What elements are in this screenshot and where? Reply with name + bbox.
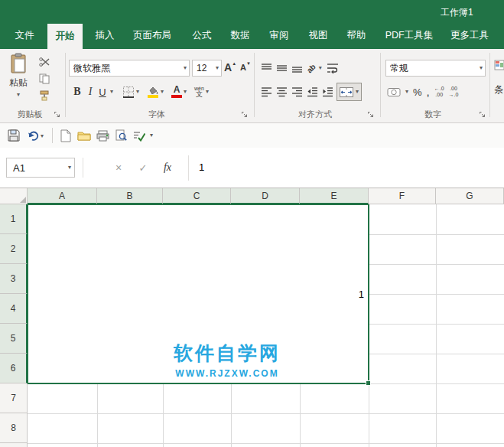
- tab-help[interactable]: 帮助: [340, 21, 373, 49]
- orientation-dropdown-icon[interactable]: ▾: [319, 65, 322, 71]
- accounting-dropdown-icon[interactable]: ▾: [405, 89, 408, 95]
- comma-style-button[interactable]: ,: [427, 89, 430, 95]
- print-preview-icon: [115, 129, 127, 142]
- print-preview-button[interactable]: [113, 128, 128, 143]
- number-format-combo[interactable]: 常规 ▾: [385, 60, 486, 77]
- open-folder-button[interactable]: [76, 128, 92, 143]
- fill-color-dropdown-icon[interactable]: ▾: [161, 89, 164, 95]
- increase-indent-icon: [322, 86, 333, 97]
- clipboard-paste-icon: [9, 53, 28, 74]
- row-header-8[interactable]: 8: [0, 413, 28, 443]
- row-header-3[interactable]: 3: [0, 264, 28, 294]
- shrink-font-button[interactable]: A ▼: [240, 60, 251, 74]
- new-document-icon: [60, 129, 71, 142]
- name-box[interactable]: A1 ▾: [6, 158, 75, 178]
- tab-insert[interactable]: 插入: [88, 21, 122, 49]
- grow-font-button[interactable]: A ▲: [224, 60, 236, 74]
- worksheet-grid: 1 软件自学网 WWW.RJZXW.COM A B C D E F G 1 2 …: [0, 188, 504, 447]
- enter-button[interactable]: ✓: [135, 160, 151, 175]
- align-right-button[interactable]: [291, 84, 304, 100]
- increase-decimal-button[interactable]: ←.0 .00: [434, 86, 444, 99]
- merge-center-button[interactable]: ▾: [337, 83, 362, 101]
- save-button[interactable]: [6, 128, 21, 143]
- row-header-5[interactable]: 5: [0, 324, 28, 354]
- customize-toolbar-dropdown-icon[interactable]: ▾: [150, 132, 153, 139]
- borders-button[interactable]: [122, 83, 135, 101]
- italic-button[interactable]: I: [84, 83, 96, 101]
- name-box-dropdown-icon[interactable]: ▾: [68, 165, 71, 171]
- align-left-icon: [261, 86, 272, 97]
- font-size-combo[interactable]: 12 ▾: [192, 60, 222, 77]
- format-painter-icon: [39, 90, 50, 101]
- column-header-b[interactable]: B: [97, 188, 163, 204]
- copy-button[interactable]: [35, 73, 54, 84]
- phonetic-dropdown-icon[interactable]: ▾: [206, 89, 209, 95]
- row-header-9-partial[interactable]: [0, 443, 28, 447]
- undo-button[interactable]: [26, 128, 41, 143]
- column-header-e[interactable]: E: [300, 188, 369, 204]
- insert-function-button[interactable]: fx: [159, 160, 176, 175]
- conditional-formatting-button[interactable]: [494, 59, 504, 71]
- orientation-button[interactable]: ab: [306, 60, 317, 76]
- underline-button[interactable]: U: [96, 83, 109, 101]
- spell-check-button[interactable]: [132, 128, 147, 143]
- bold-button[interactable]: B: [70, 83, 84, 101]
- increase-indent-button[interactable]: [321, 84, 334, 100]
- row-header-4[interactable]: 4: [0, 294, 28, 324]
- accounting-format-button[interactable]: [387, 87, 401, 97]
- tab-data[interactable]: 数据: [223, 21, 257, 49]
- undo-dropdown-icon[interactable]: ▾: [41, 133, 44, 139]
- font-family-combo[interactable]: 微软雅黑 ▾: [69, 60, 190, 77]
- format-painter-button[interactable]: [35, 90, 54, 101]
- print-button[interactable]: [95, 128, 110, 143]
- fill-handle[interactable]: [366, 380, 371, 386]
- percent-style-button[interactable]: %: [413, 86, 422, 98]
- decrease-indent-button[interactable]: [306, 84, 319, 100]
- chevron-down-icon: ▾: [216, 65, 219, 71]
- font-color-button[interactable]: A: [171, 83, 182, 101]
- tab-pdf-tools[interactable]: PDF工具集: [378, 21, 441, 49]
- cut-button[interactable]: [35, 56, 54, 67]
- horizontal-align-row: ▾: [260, 83, 362, 101]
- decrease-decimal-button[interactable]: .00 →.0: [449, 86, 459, 99]
- cancel-button[interactable]: ×: [110, 160, 127, 175]
- align-middle-button[interactable]: [275, 60, 288, 76]
- tab-view[interactable]: 视图: [301, 21, 335, 49]
- tab-file[interactable]: 文件: [8, 21, 41, 49]
- tab-formulas[interactable]: 公式: [185, 21, 219, 49]
- font-dialog-launcher[interactable]: [241, 111, 249, 119]
- align-left-button[interactable]: [260, 84, 273, 100]
- column-header-a[interactable]: A: [28, 188, 97, 204]
- row-header-1[interactable]: 1: [0, 204, 28, 234]
- align-bottom-button[interactable]: [291, 60, 304, 76]
- font-color-dropdown-icon[interactable]: ▾: [184, 89, 187, 95]
- paste-button[interactable]: 粘贴 ▾: [5, 53, 32, 111]
- row-header-2[interactable]: 2: [0, 234, 28, 264]
- row-header-6[interactable]: 6: [0, 354, 28, 383]
- column-header-c[interactable]: C: [163, 188, 231, 204]
- formula-input[interactable]: 1: [199, 148, 204, 188]
- number-dialog-launcher[interactable]: [479, 111, 486, 119]
- align-center-button[interactable]: [275, 84, 288, 100]
- row-header-7[interactable]: 7: [0, 383, 28, 413]
- tab-more-tools[interactable]: 更多工具: [445, 21, 494, 49]
- column-header-f[interactable]: F: [369, 188, 436, 204]
- tab-page-layout[interactable]: 页面布局: [125, 21, 180, 49]
- underline-dropdown-icon[interactable]: ▾: [110, 89, 113, 95]
- phonetic-guide-button[interactable]: wén 文: [194, 83, 204, 101]
- select-all-corner[interactable]: [0, 188, 28, 204]
- tab-home[interactable]: 开始: [47, 24, 83, 49]
- align-top-button[interactable]: [260, 60, 273, 76]
- wrap-text-button[interactable]: [326, 60, 340, 76]
- merge-dropdown-icon[interactable]: ▾: [356, 89, 359, 95]
- clipboard-dialog-launcher[interactable]: [54, 111, 61, 119]
- new-document-button[interactable]: [58, 128, 73, 143]
- tab-review[interactable]: 审阅: [262, 21, 296, 49]
- fill-color-button[interactable]: [147, 83, 159, 101]
- column-header-g[interactable]: G: [436, 188, 504, 204]
- font-color-icon: A: [171, 86, 182, 98]
- borders-dropdown-icon[interactable]: ▾: [136, 89, 139, 95]
- grow-font-letter: A: [224, 60, 232, 74]
- column-header-d[interactable]: D: [231, 188, 300, 204]
- alignment-dialog-launcher[interactable]: [367, 111, 375, 119]
